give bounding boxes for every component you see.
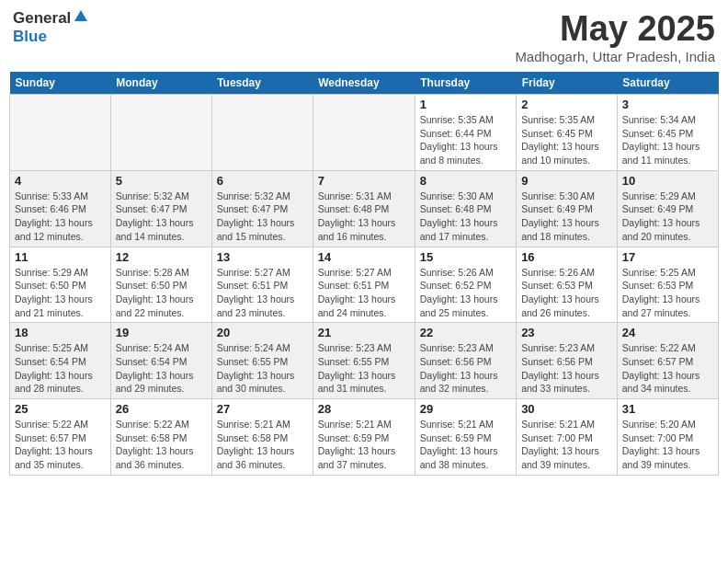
calendar-day-cell: 13Sunrise: 5:27 AM Sunset: 6:51 PM Dayli… bbox=[211, 247, 313, 323]
day-info: Sunrise: 5:23 AM Sunset: 6:56 PM Dayligh… bbox=[420, 341, 511, 396]
day-number: 12 bbox=[116, 250, 207, 264]
day-number: 9 bbox=[521, 174, 612, 188]
logo-general: General bbox=[13, 9, 71, 28]
svg-marker-0 bbox=[74, 10, 87, 21]
day-number: 28 bbox=[318, 402, 410, 416]
day-info: Sunrise: 5:21 AM Sunset: 7:00 PM Dayligh… bbox=[521, 418, 612, 472]
weekday-header-sunday: Sunday bbox=[10, 72, 111, 95]
calendar-day-cell: 19Sunrise: 5:24 AM Sunset: 6:54 PM Dayli… bbox=[110, 323, 211, 399]
day-info: Sunrise: 5:21 AM Sunset: 6:58 PM Dayligh… bbox=[217, 418, 308, 472]
calendar-day-cell: 30Sunrise: 5:21 AM Sunset: 7:00 PM Dayli… bbox=[517, 399, 618, 476]
calendar-day-cell: 11Sunrise: 5:29 AM Sunset: 6:50 PM Dayli… bbox=[10, 247, 111, 323]
location-subtitle: Madhogarh, Uttar Pradesh, India bbox=[515, 49, 715, 64]
day-info: Sunrise: 5:30 AM Sunset: 6:48 PM Dayligh… bbox=[420, 190, 511, 244]
day-number: 26 bbox=[116, 402, 207, 416]
day-number: 11 bbox=[15, 250, 106, 264]
day-info: Sunrise: 5:29 AM Sunset: 6:50 PM Dayligh… bbox=[15, 266, 106, 320]
day-number: 19 bbox=[116, 326, 207, 339]
weekday-header-tuesday: Tuesday bbox=[211, 72, 313, 95]
calendar-day-cell bbox=[110, 95, 211, 171]
weekday-header-saturday: Saturday bbox=[617, 72, 718, 95]
day-number: 25 bbox=[15, 402, 106, 416]
calendar-day-cell bbox=[313, 95, 415, 171]
calendar-week-row: 25Sunrise: 5:22 AM Sunset: 6:57 PM Dayli… bbox=[10, 399, 719, 476]
calendar-day-cell: 18Sunrise: 5:25 AM Sunset: 6:54 PM Dayli… bbox=[10, 323, 111, 399]
day-info: Sunrise: 5:26 AM Sunset: 6:53 PM Dayligh… bbox=[521, 266, 612, 320]
calendar-day-cell: 10Sunrise: 5:29 AM Sunset: 6:49 PM Dayli… bbox=[617, 170, 718, 247]
day-number: 29 bbox=[420, 402, 511, 416]
logo-blue: Blue bbox=[13, 28, 47, 45]
day-info: Sunrise: 5:25 AM Sunset: 6:53 PM Dayligh… bbox=[622, 266, 713, 320]
day-info: Sunrise: 5:34 AM Sunset: 6:45 PM Dayligh… bbox=[622, 113, 713, 167]
page-header: General Blue May 2025 Madhogarh, Uttar P… bbox=[9, 9, 719, 64]
day-number: 13 bbox=[217, 250, 308, 264]
calendar-day-cell: 7Sunrise: 5:31 AM Sunset: 6:48 PM Daylig… bbox=[313, 170, 415, 247]
day-info: Sunrise: 5:33 AM Sunset: 6:46 PM Dayligh… bbox=[15, 190, 106, 244]
day-info: Sunrise: 5:26 AM Sunset: 6:52 PM Dayligh… bbox=[420, 266, 511, 320]
weekday-header-wednesday: Wednesday bbox=[313, 72, 415, 95]
calendar-week-row: 11Sunrise: 5:29 AM Sunset: 6:50 PM Dayli… bbox=[10, 247, 719, 323]
day-info: Sunrise: 5:22 AM Sunset: 6:57 PM Dayligh… bbox=[622, 341, 713, 396]
title-block: May 2025 Madhogarh, Uttar Pradesh, India bbox=[515, 9, 715, 64]
calendar-day-cell bbox=[10, 95, 111, 171]
day-info: Sunrise: 5:21 AM Sunset: 6:59 PM Dayligh… bbox=[420, 418, 511, 472]
calendar-table: SundayMondayTuesdayWednesdayThursdayFrid… bbox=[9, 72, 719, 476]
day-number: 8 bbox=[420, 174, 511, 188]
day-info: Sunrise: 5:21 AM Sunset: 6:59 PM Dayligh… bbox=[318, 418, 410, 472]
calendar-day-cell: 8Sunrise: 5:30 AM Sunset: 6:48 PM Daylig… bbox=[415, 170, 516, 247]
calendar-day-cell: 17Sunrise: 5:25 AM Sunset: 6:53 PM Dayli… bbox=[617, 247, 718, 323]
day-number: 18 bbox=[15, 326, 106, 339]
weekday-header-row: SundayMondayTuesdayWednesdayThursdayFrid… bbox=[10, 72, 719, 95]
day-info: Sunrise: 5:29 AM Sunset: 6:49 PM Dayligh… bbox=[622, 190, 713, 244]
calendar-day-cell bbox=[211, 95, 313, 171]
day-info: Sunrise: 5:32 AM Sunset: 6:47 PM Dayligh… bbox=[116, 190, 207, 244]
calendar-day-cell: 1Sunrise: 5:35 AM Sunset: 6:44 PM Daylig… bbox=[415, 95, 516, 171]
calendar-day-cell: 22Sunrise: 5:23 AM Sunset: 6:56 PM Dayli… bbox=[415, 323, 516, 399]
calendar-day-cell: 21Sunrise: 5:23 AM Sunset: 6:55 PM Dayli… bbox=[313, 323, 415, 399]
day-info: Sunrise: 5:23 AM Sunset: 6:55 PM Dayligh… bbox=[318, 341, 410, 396]
weekday-header-friday: Friday bbox=[517, 72, 618, 95]
logo: General Blue bbox=[13, 9, 88, 46]
calendar-week-row: 1Sunrise: 5:35 AM Sunset: 6:44 PM Daylig… bbox=[10, 95, 719, 171]
day-number: 23 bbox=[521, 326, 612, 339]
day-number: 4 bbox=[15, 174, 106, 188]
day-info: Sunrise: 5:32 AM Sunset: 6:47 PM Dayligh… bbox=[217, 190, 308, 244]
day-info: Sunrise: 5:20 AM Sunset: 7:00 PM Dayligh… bbox=[622, 418, 713, 472]
calendar-day-cell: 6Sunrise: 5:32 AM Sunset: 6:47 PM Daylig… bbox=[211, 170, 313, 247]
calendar-day-cell: 28Sunrise: 5:21 AM Sunset: 6:59 PM Dayli… bbox=[313, 399, 415, 476]
calendar-week-row: 18Sunrise: 5:25 AM Sunset: 6:54 PM Dayli… bbox=[10, 323, 719, 399]
calendar-week-row: 4Sunrise: 5:33 AM Sunset: 6:46 PM Daylig… bbox=[10, 170, 719, 247]
month-year-title: May 2025 bbox=[515, 9, 715, 49]
day-number: 20 bbox=[217, 326, 308, 339]
day-number: 31 bbox=[622, 402, 713, 416]
calendar-day-cell: 15Sunrise: 5:26 AM Sunset: 6:52 PM Dayli… bbox=[415, 247, 516, 323]
calendar-day-cell: 2Sunrise: 5:35 AM Sunset: 6:45 PM Daylig… bbox=[517, 95, 618, 171]
day-info: Sunrise: 5:24 AM Sunset: 6:54 PM Dayligh… bbox=[116, 341, 207, 396]
day-number: 2 bbox=[521, 98, 612, 111]
day-info: Sunrise: 5:30 AM Sunset: 6:49 PM Dayligh… bbox=[521, 190, 612, 244]
calendar-day-cell: 26Sunrise: 5:22 AM Sunset: 6:58 PM Dayli… bbox=[110, 399, 211, 476]
day-number: 22 bbox=[420, 326, 511, 339]
weekday-header-monday: Monday bbox=[110, 72, 211, 95]
weekday-header-thursday: Thursday bbox=[415, 72, 516, 95]
day-info: Sunrise: 5:22 AM Sunset: 6:57 PM Dayligh… bbox=[15, 418, 106, 472]
calendar-day-cell: 4Sunrise: 5:33 AM Sunset: 6:46 PM Daylig… bbox=[10, 170, 111, 247]
day-number: 24 bbox=[622, 326, 713, 339]
day-number: 30 bbox=[521, 402, 612, 416]
day-info: Sunrise: 5:27 AM Sunset: 6:51 PM Dayligh… bbox=[217, 266, 308, 320]
day-info: Sunrise: 5:24 AM Sunset: 6:55 PM Dayligh… bbox=[217, 341, 308, 396]
day-number: 1 bbox=[420, 98, 511, 111]
day-number: 16 bbox=[521, 250, 612, 264]
calendar-day-cell: 20Sunrise: 5:24 AM Sunset: 6:55 PM Dayli… bbox=[211, 323, 313, 399]
calendar-day-cell: 16Sunrise: 5:26 AM Sunset: 6:53 PM Dayli… bbox=[517, 247, 618, 323]
calendar-day-cell: 5Sunrise: 5:32 AM Sunset: 6:47 PM Daylig… bbox=[110, 170, 211, 247]
logo-arrow-icon bbox=[74, 9, 88, 28]
day-number: 17 bbox=[622, 250, 713, 264]
day-info: Sunrise: 5:31 AM Sunset: 6:48 PM Dayligh… bbox=[318, 190, 410, 244]
day-info: Sunrise: 5:35 AM Sunset: 6:44 PM Dayligh… bbox=[420, 113, 511, 167]
day-number: 3 bbox=[622, 98, 713, 111]
calendar-day-cell: 25Sunrise: 5:22 AM Sunset: 6:57 PM Dayli… bbox=[10, 399, 111, 476]
calendar-day-cell: 12Sunrise: 5:28 AM Sunset: 6:50 PM Dayli… bbox=[110, 247, 211, 323]
day-info: Sunrise: 5:23 AM Sunset: 6:56 PM Dayligh… bbox=[521, 341, 612, 396]
day-number: 5 bbox=[116, 174, 207, 188]
